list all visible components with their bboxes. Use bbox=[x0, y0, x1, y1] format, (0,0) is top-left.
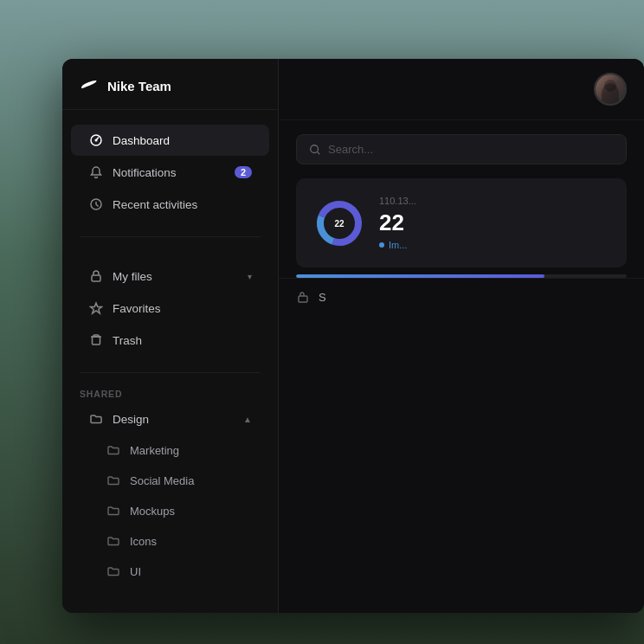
svg-point-7 bbox=[311, 145, 319, 152]
trash-icon bbox=[88, 332, 104, 348]
svg-text:22: 22 bbox=[334, 219, 345, 229]
design-folder-label: Design bbox=[113, 413, 233, 426]
dashboard-label: Dashboard bbox=[113, 134, 252, 147]
main-content: Search... 22 110.13... 22 Im... bbox=[279, 59, 644, 613]
search-bar[interactable]: Search... bbox=[296, 134, 627, 164]
main-header bbox=[279, 59, 644, 120]
nike-icon bbox=[80, 77, 98, 94]
search-placeholder: Search... bbox=[328, 143, 373, 156]
sub-nav-marketing[interactable]: Marketing bbox=[80, 435, 269, 465]
lock-icon bbox=[88, 268, 104, 284]
notifications-label: Notifications bbox=[113, 166, 226, 179]
svg-marker-5 bbox=[91, 303, 102, 313]
svg-rect-13 bbox=[299, 296, 307, 302]
sub-nav-mockups[interactable]: Mockups bbox=[80, 496, 269, 525]
recent-label: Recent activities bbox=[113, 198, 252, 211]
nav-item-myfiles[interactable]: My files ▾ bbox=[71, 261, 269, 292]
storage-legend: Im... bbox=[379, 240, 609, 250]
avatar-body bbox=[602, 83, 619, 104]
sub-nav-icons[interactable]: Icons bbox=[80, 526, 269, 556]
folder-design-icon bbox=[88, 411, 104, 427]
nav-item-dashboard[interactable]: Dashboard bbox=[71, 125, 269, 156]
sidebar: Nike Team Dashboard bbox=[62, 59, 279, 613]
legend-label: Im... bbox=[389, 240, 407, 250]
stats-panel: 22 110.13... 22 Im... bbox=[296, 178, 627, 267]
svg-rect-4 bbox=[92, 275, 100, 281]
brand-logo bbox=[80, 76, 99, 95]
svg-line-2 bbox=[96, 138, 99, 141]
folder-bottom-icon bbox=[296, 289, 312, 305]
nav-item-trash[interactable]: Trash bbox=[71, 325, 269, 356]
bell-icon bbox=[88, 164, 104, 180]
nav-item-favorites[interactable]: Favorites bbox=[71, 293, 269, 324]
nav-item-recent[interactable]: Recent activities bbox=[71, 189, 269, 220]
donut-chart: 22 bbox=[313, 197, 365, 249]
myfiles-label: My files bbox=[113, 270, 237, 283]
social-media-label: Social Media bbox=[130, 474, 194, 487]
design-folder-chevron: ▲ bbox=[243, 415, 252, 424]
avatar[interactable] bbox=[594, 73, 627, 106]
folder-social-icon bbox=[106, 473, 121, 488]
clock-icon bbox=[88, 196, 104, 212]
star-icon bbox=[88, 300, 104, 316]
svg-rect-6 bbox=[93, 337, 100, 345]
mockups-label: Mockups bbox=[130, 505, 175, 518]
nav-item-design-folder[interactable]: Design ▲ bbox=[71, 403, 269, 435]
storage-value: 22 bbox=[379, 209, 609, 236]
trash-label: Trash bbox=[113, 334, 252, 347]
notifications-badge: 2 bbox=[235, 166, 252, 178]
dashboard-icon bbox=[88, 132, 104, 148]
search-icon bbox=[309, 144, 321, 156]
svg-line-8 bbox=[318, 151, 320, 154]
shared-section-label: SHARED bbox=[62, 382, 278, 402]
design-sub-nav: Marketing Social Media bbox=[62, 435, 278, 586]
nav-divider-2 bbox=[80, 372, 261, 373]
legend-dot bbox=[379, 242, 384, 248]
files-nav: My files ▾ Favorites bbox=[62, 246, 278, 364]
folder-row-text: S bbox=[319, 291, 326, 304]
marketing-label: Marketing bbox=[130, 444, 179, 457]
shared-section: SHARED Design ▲ Ma bbox=[62, 382, 278, 587]
brand-header: Nike Team bbox=[62, 76, 278, 110]
avatar-image bbox=[596, 74, 625, 104]
app-window: Nike Team Dashboard bbox=[62, 59, 644, 613]
sub-nav-social-media[interactable]: Social Media bbox=[80, 466, 269, 495]
folder-mockups-icon bbox=[106, 503, 121, 518]
storage-info: 110.13... 22 Im... bbox=[379, 196, 609, 250]
storage-sub-label: 110.13... bbox=[379, 196, 609, 206]
myfiles-chevron: ▾ bbox=[248, 272, 252, 281]
nav-item-notifications[interactable]: Notifications 2 bbox=[71, 157, 269, 188]
favorites-label: Favorites bbox=[113, 302, 252, 315]
nav-divider-1 bbox=[80, 236, 261, 237]
icons-label: Icons bbox=[130, 535, 157, 548]
folder-row-bottom: S bbox=[279, 278, 644, 315]
folder-ui-icon bbox=[106, 564, 121, 579]
sub-nav-ui[interactable]: UI bbox=[80, 557, 269, 586]
folder-marketing-icon bbox=[106, 442, 121, 458]
ui-label: UI bbox=[130, 565, 141, 578]
folder-icons-icon bbox=[106, 533, 121, 549]
brand-name: Nike Team bbox=[107, 79, 171, 93]
main-nav: Dashboard Notifications 2 bbox=[62, 110, 278, 228]
